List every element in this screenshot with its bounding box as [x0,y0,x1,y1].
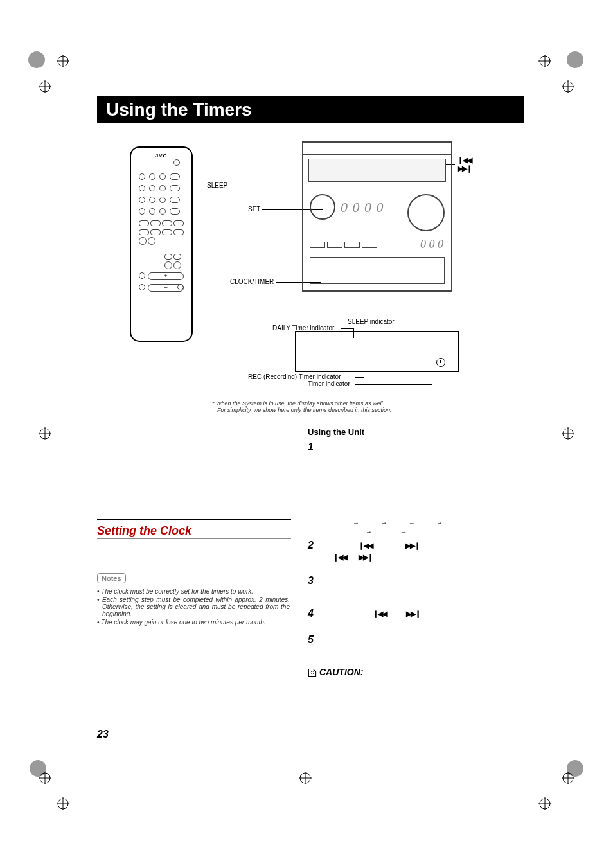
next-track-icon: ▶▶❙ [406,610,420,618]
caution-heading: CAUTION: [308,667,363,677]
leader-line [364,363,364,377]
notes-list: • The clock must be correctly set for th… [97,588,290,627]
caution-icon [308,668,317,677]
remote-brand-label: JVC [155,153,168,159]
set-label: SET [248,206,260,213]
remote-dot [139,272,145,279]
notes-badge: Notes [97,573,126,583]
footnote-line: * When the System is in use, the display… [212,400,456,407]
using-unit-heading: Using the Unit [308,427,364,437]
remote-dot [177,284,184,290]
registration-mark-icon [57,797,69,810]
sleep-indicator-label: SLEEP indicator [348,318,395,325]
registration-mark-icon [538,797,551,810]
leader-line [181,186,205,186]
remote-button-row [139,194,184,206]
setting-clock-heading: Setting the Clock [97,524,191,538]
unit-display: 0 0 0 0 [341,199,384,216]
clock-icon [436,358,445,367]
step-number: 4 [308,608,314,619]
unit-display-small: 0 0 0 [420,238,443,251]
leader-line [432,365,432,384]
page-number: 23 [97,729,109,740]
remote-button-row [139,236,157,247]
knob-icon [310,194,335,220]
next-track-icon: ▶▶❙ [359,553,373,562]
prev-track-icon: ❙◀◀ [373,610,387,618]
knob-icon [407,194,445,231]
note-item: • The clock must be correctly set for th… [97,588,290,595]
leader-line [355,384,432,385]
caution-label: CAUTION: [319,667,363,677]
main-unit-illustration: 0 0 0 0 0 0 0 [302,141,452,292]
remote-illustration: JVC + – [130,146,193,342]
step-number: 3 [308,575,314,587]
remote-button-row [139,182,184,194]
section-rule [97,585,291,585]
step-number: 5 [308,634,314,646]
footnote-line: For simplicity, we show here only the it… [212,407,456,413]
registration-mark-icon [562,427,574,440]
sleep-label: SLEEP [207,182,227,189]
next-track-icon: ▶▶❙ [405,542,420,550]
remote-button-row [139,206,184,217]
note-item: • Each setting step must be completed wi… [97,596,290,617]
step-number: 2 [308,540,314,551]
registration-mark-icon [39,80,51,93]
remote-plus-button: + [148,272,184,280]
prev-track-icon: ❙◀◀ [458,156,472,164]
leader-line [355,377,364,378]
power-icon [173,159,180,166]
unit-buttons [310,239,379,251]
rec-indicator-label: REC (Recording) Timer indicator [248,373,341,380]
registration-mark-icon [39,427,51,440]
prev-track-icon: ❙◀◀ [333,553,347,562]
registration-mark-icon [57,55,69,67]
arrow-sequence: → → → → [353,519,520,526]
registration-mark-icon [562,80,574,93]
note-item: • The clock may gain or lose one to two … [97,619,290,626]
prev-track-icon: ❙◀◀ [359,542,373,550]
registration-mark-icon [39,772,51,784]
section-rule [97,538,291,539]
section-rule [97,519,291,520]
registration-mark-icon [562,772,574,784]
crop-mark-dot [567,51,583,68]
step-number: 1 [308,441,314,453]
next-track-icon: ▶▶❙ [458,164,472,173]
remote-button-row [139,171,184,182]
page-title: Using the Timers [97,96,524,123]
leader-line [341,328,353,329]
clock-timer-label: CLOCK/TIMER [230,278,274,285]
crop-mark-dot [28,51,45,68]
footnote: * When the System is in use, the display… [212,400,456,413]
registration-mark-icon [538,55,551,67]
registration-mark-icon [299,772,312,784]
arrow-sequence: → → [366,528,494,535]
indicator-panel [295,331,459,372]
timer-indicator-label: Timer indicator [308,380,350,387]
cd-drawer [310,257,445,284]
remote-button-row [164,260,182,272]
remote-dot [139,284,145,290]
